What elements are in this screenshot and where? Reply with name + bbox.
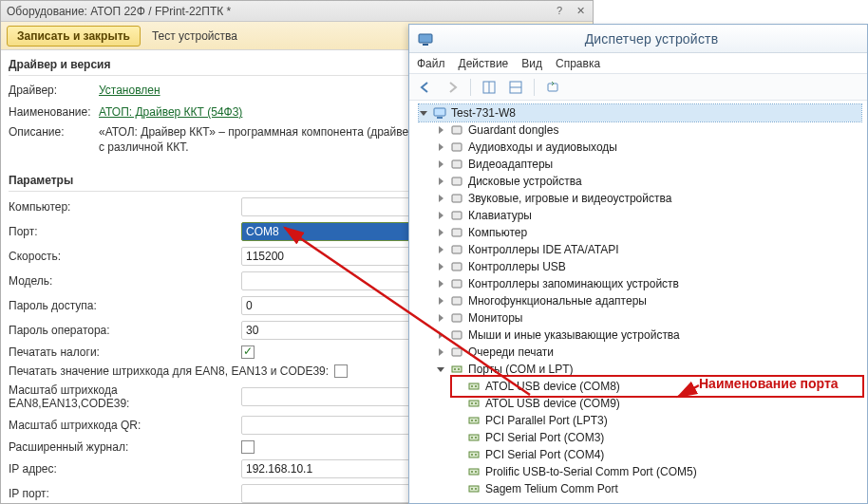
menu-action[interactable]: Действие — [459, 57, 509, 70]
back-icon[interactable] — [415, 77, 436, 98]
tree-category-label: Контроллеры IDE ATA/ATAPI — [468, 243, 619, 256]
svg-rect-22 — [452, 348, 462, 356]
port-icon — [466, 430, 481, 445]
svg-rect-38 — [469, 452, 479, 457]
tree-category-label: Дисковые устройства — [468, 175, 582, 188]
svg-point-27 — [471, 385, 473, 387]
tree-category[interactable]: Компьютер — [436, 224, 861, 241]
expand-icon[interactable] — [436, 262, 445, 271]
tree-category-label: Компьютер — [468, 226, 527, 239]
tree-category[interactable]: Многофункциональные адаптеры — [436, 292, 861, 309]
tree-root-node[interactable]: Test-731-W8 — [419, 104, 861, 121]
annotation-port-name: Наименование порта — [699, 376, 839, 391]
device-category-icon — [449, 157, 464, 172]
expand-icon[interactable] — [436, 125, 445, 135]
expand-icon[interactable] — [436, 364, 445, 374]
svg-point-45 — [471, 488, 473, 490]
port-icon — [466, 379, 481, 394]
port-icon — [466, 396, 481, 411]
menu-help[interactable]: Справка — [556, 57, 600, 70]
tree-port-label: PCI Parallel Port (LPT3) — [485, 414, 608, 427]
expand-icon[interactable] — [436, 279, 445, 289]
tree-port-item[interactable]: ATOL USB device (COM9) — [453, 395, 861, 412]
tree-category[interactable]: Дисковые устройства — [436, 173, 861, 190]
device-tree[interactable]: Test-731-W8 Guardant donglesАудиовходы и… — [409, 101, 867, 501]
tree-port-item[interactable]: PCI Serial Port (COM3) — [453, 429, 861, 446]
tree-category[interactable]: Контроллеры запоминающих устройств — [436, 275, 861, 292]
svg-point-43 — [475, 471, 477, 473]
expand-icon[interactable] — [436, 296, 445, 306]
ext-journal-checkbox[interactable] — [241, 440, 255, 454]
save-and-close-button[interactable]: Записать и закрыть — [7, 26, 141, 47]
port-icon — [466, 413, 481, 428]
print-barcode-checkbox[interactable] — [334, 364, 348, 378]
device-category-icon — [449, 259, 464, 274]
svg-rect-16 — [452, 246, 462, 253]
tree-category[interactable]: Контроллеры USB — [436, 258, 861, 275]
computer-icon — [432, 105, 447, 121]
tree-category[interactable]: Мониторы — [436, 309, 861, 327]
device-test-button[interactable]: Тест устройства — [144, 27, 245, 46]
tree-category-label: Многофункциональные адаптеры — [468, 294, 647, 308]
expand-icon[interactable] — [436, 330, 445, 340]
svg-rect-19 — [452, 297, 462, 305]
tree-category[interactable]: Контроллеры IDE ATA/ATAPI — [436, 241, 861, 258]
tree-port-item[interactable]: PCI Parallel Port (LPT3) — [453, 412, 861, 429]
device-category-icon — [449, 225, 464, 240]
svg-point-37 — [475, 437, 477, 439]
tree-category[interactable]: Очереди печати — [436, 344, 861, 361]
device-category-icon — [449, 191, 464, 206]
device-manager-icon — [417, 30, 434, 47]
tree-category-label: Контроллеры USB — [468, 260, 566, 273]
expand-icon[interactable] — [419, 108, 428, 118]
menu-file[interactable]: Файл — [417, 57, 445, 70]
expand-icon[interactable] — [436, 194, 445, 203]
svg-rect-7 — [434, 108, 445, 116]
svg-point-31 — [475, 402, 477, 404]
tree-port-item[interactable]: PCI Serial Port (COM4) — [453, 446, 861, 463]
tree-category[interactable]: Клавиатуры — [436, 207, 861, 224]
expand-icon[interactable] — [436, 211, 445, 220]
grid1-icon[interactable] — [479, 77, 500, 98]
tree-category-label: Аудиовходы и аудиовыходы — [468, 140, 617, 154]
tree-category[interactable]: Guardant dongles — [436, 121, 861, 139]
print-tax-checkbox[interactable] — [241, 345, 255, 359]
svg-rect-26 — [469, 383, 479, 389]
expand-icon[interactable] — [436, 313, 445, 323]
tree-port-label: ATOL USB device (COM8) — [485, 380, 620, 393]
expand-icon[interactable] — [436, 347, 445, 357]
svg-rect-21 — [452, 331, 462, 339]
expand-icon[interactable] — [436, 159, 445, 169]
expand-icon[interactable] — [436, 142, 445, 152]
forward-icon[interactable] — [442, 77, 462, 98]
port-label: Порт: — [9, 225, 241, 238]
tree-category[interactable]: Видеоадаптеры — [436, 156, 861, 173]
grid2-icon[interactable] — [505, 77, 526, 98]
svg-point-24 — [454, 368, 456, 370]
tree-category[interactable]: Звуковые, игровые и видеоустройства — [436, 190, 861, 207]
tree-port-item[interactable]: Prolific USB-to-Serial Comm Port (COM5) — [453, 463, 861, 480]
svg-rect-35 — [469, 435, 479, 440]
port-icon — [466, 481, 481, 496]
tree-port-item[interactable]: Sagem Telium Comm Port — [453, 480, 861, 497]
close-icon[interactable]: ✕ — [574, 5, 587, 18]
device-category-icon — [449, 293, 464, 308]
expand-icon[interactable] — [436, 177, 445, 186]
tree-category-label: Очереди печати — [468, 345, 554, 359]
driver-value[interactable]: Установлен — [99, 83, 458, 98]
ports-icon — [449, 362, 464, 377]
device-category-icon — [449, 310, 464, 326]
tree-port-label: ATOL USB device (COM9) — [485, 397, 620, 410]
svg-rect-18 — [452, 280, 462, 288]
menu-view[interactable]: Вид — [521, 57, 542, 70]
tree-category[interactable]: Мыши и иные указывающие устройства — [436, 327, 861, 344]
model-label: Модель: — [9, 274, 241, 288]
svg-rect-15 — [452, 229, 462, 236]
svg-point-25 — [458, 368, 460, 370]
tree-category[interactable]: Аудиовходы и аудиовыходы — [436, 139, 861, 156]
expand-icon[interactable] — [436, 228, 445, 237]
help-icon[interactable]: ? — [553, 5, 566, 18]
svg-point-28 — [475, 385, 477, 387]
refresh-icon[interactable] — [542, 77, 563, 98]
expand-icon[interactable] — [436, 245, 445, 254]
